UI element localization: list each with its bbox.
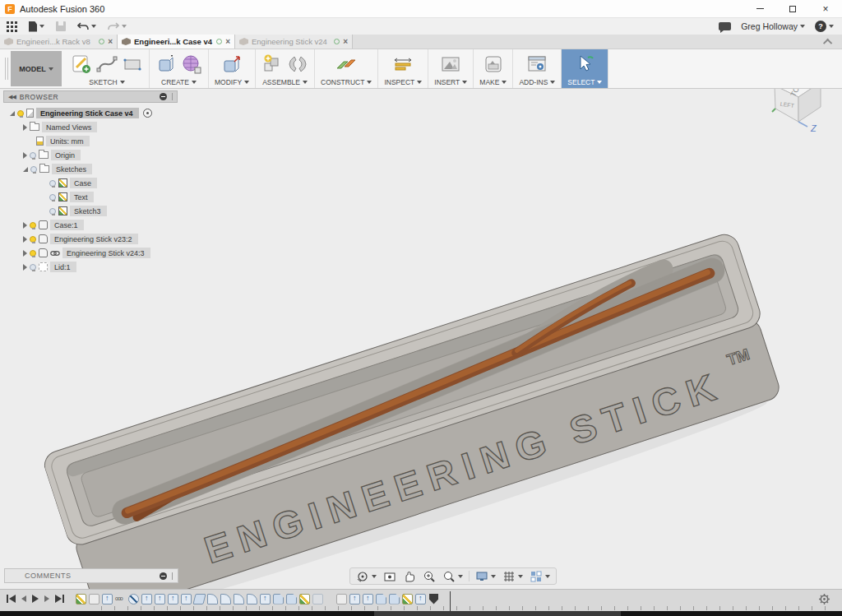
orbit-button[interactable] <box>354 568 379 584</box>
tab-engineering-stick-rack[interactable]: Engineeri...k Rack v8 × <box>0 35 118 49</box>
viewports-button[interactable] <box>527 568 553 584</box>
timeline-feature-extrude[interactable] <box>168 594 178 604</box>
visibility-bulb-icon[interactable] <box>17 110 24 117</box>
tree-item-origin[interactable]: Origin <box>23 148 178 162</box>
visibility-bulb-icon[interactable] <box>30 222 36 229</box>
hide-comments-icon[interactable] <box>160 572 167 580</box>
expanded-triangle-icon[interactable] <box>10 111 15 116</box>
timeline-feature-chamfer[interactable] <box>273 594 284 604</box>
measure-icon[interactable] <box>392 53 414 75</box>
collapsed-triangle-icon[interactable] <box>23 124 27 131</box>
help-button[interactable]: ? <box>815 21 834 32</box>
timeline-feature-fillet[interactable] <box>234 594 244 604</box>
play-button[interactable] <box>32 595 39 603</box>
toolbar-grip-handle[interactable] <box>5 58 8 80</box>
collapse-panel-icon[interactable]: ◀◀ <box>8 94 16 100</box>
spline-icon[interactable] <box>96 53 118 75</box>
ribbon-group-sketch[interactable]: SKETCH <box>65 49 150 88</box>
close-tab-icon[interactable]: × <box>343 38 348 46</box>
ribbon-group-modify[interactable]: MODIFY <box>209 49 256 88</box>
tree-item-case-1[interactable]: Case:1 <box>23 218 178 232</box>
timeline-feature-extrude[interactable] <box>363 594 373 604</box>
model-viewport[interactable]: ENGINEERING STICK TM TOP LEFT Z ◀◀ BROWS… <box>0 89 842 589</box>
pan-button[interactable] <box>400 568 419 584</box>
timeline-feature-sketch[interactable] <box>76 594 86 604</box>
step-back-button[interactable] <box>21 595 26 602</box>
collapsed-triangle-icon[interactable] <box>23 264 27 271</box>
app-grid-button[interactable] <box>7 21 17 32</box>
tree-item-lid-1[interactable]: Lid:1 <box>23 260 178 274</box>
timeline-feature-fillet[interactable] <box>220 594 231 604</box>
ribbon-group-insert[interactable]: INSERT <box>428 49 474 88</box>
press-pull-icon[interactable] <box>221 53 243 75</box>
maximize-button[interactable] <box>776 0 809 17</box>
ribbon-group-make[interactable]: MAKE <box>474 49 513 88</box>
timeline-feature-extrude[interactable] <box>141 594 152 604</box>
timeline-feature-sketch[interactable] <box>402 594 413 604</box>
close-button[interactable]: × <box>809 0 842 17</box>
tree-item-sketches[interactable]: Sketches <box>23 162 178 176</box>
timeline-position-marker[interactable] <box>429 594 438 604</box>
tab-engineering-stick-case[interactable]: Engineeri...k Case v4 × <box>118 35 235 49</box>
timeline-feature-fillet[interactable] <box>247 594 257 604</box>
ribbon-group-select[interactable]: SELECT <box>562 49 608 88</box>
tree-item-sketch-text[interactable]: Text <box>49 190 178 204</box>
tree-item-engineering-stick-v23[interactable]: Engineering Stick v23:2 <box>23 232 178 246</box>
collapsed-triangle-icon[interactable] <box>23 222 27 229</box>
timeline-ruler[interactable] <box>89 606 834 610</box>
zoom-window-button[interactable] <box>440 568 465 584</box>
visibility-bulb-icon[interactable] <box>30 166 37 173</box>
collapsed-triangle-icon[interactable] <box>23 152 27 159</box>
tree-item-units[interactable]: Units: mm <box>36 134 178 148</box>
hide-panel-icon[interactable] <box>160 93 167 100</box>
close-tab-icon[interactable]: × <box>108 38 113 46</box>
timeline-feature-pattern[interactable] <box>115 594 126 604</box>
make-3d-print-icon[interactable] <box>483 53 504 75</box>
tree-item-sketch-case[interactable]: Case <box>49 176 178 190</box>
visibility-bulb-icon[interactable] <box>30 264 36 271</box>
view-cube[interactable]: TOP LEFT Z <box>760 89 830 137</box>
select-cursor-icon[interactable] <box>574 53 595 75</box>
tab-engineering-stick[interactable]: Engineering Stick v24 × <box>235 35 353 49</box>
visibility-bulb-icon[interactable] <box>30 250 36 257</box>
joint-icon[interactable] <box>287 53 308 75</box>
tree-item-root-document[interactable]: Engineering Stick Case v4 <box>10 106 178 120</box>
timeline-feature-fillet[interactable] <box>207 594 218 604</box>
timeline-feature-extrude[interactable] <box>349 594 360 604</box>
tree-item-engineering-stick-v24[interactable]: Engineering Stick v24:3 <box>23 246 178 260</box>
timeline-feature-extrude[interactable] <box>415 594 426 604</box>
visibility-bulb-icon[interactable] <box>30 236 36 243</box>
case-model-3d[interactable]: ENGINEERING STICK TM <box>39 225 802 589</box>
grid-layout-button[interactable] <box>500 568 525 584</box>
notifications-button[interactable] <box>719 22 731 30</box>
ribbon-group-inspect[interactable]: INSPECT <box>378 49 428 88</box>
timeline-feature-mirror[interactable] <box>128 594 139 604</box>
ribbon-group-assemble[interactable]: ASSEMBLE <box>256 49 315 88</box>
insert-image-icon[interactable] <box>440 53 461 75</box>
timeline-feature-extrude[interactable] <box>181 594 192 604</box>
visibility-bulb-icon[interactable] <box>30 152 36 159</box>
timeline-settings-gear-icon[interactable] <box>818 593 830 605</box>
user-account-button[interactable]: Greg Holloway <box>741 21 805 31</box>
redo-button[interactable] <box>108 21 127 31</box>
workspace-selector[interactable]: MODEL <box>11 51 62 86</box>
tree-item-named-views[interactable]: Named Views <box>23 120 178 134</box>
construction-plane-icon[interactable] <box>335 53 357 75</box>
collapsed-triangle-icon[interactable] <box>23 236 27 243</box>
visibility-bulb-icon[interactable] <box>49 194 56 201</box>
skip-to-end-button[interactable] <box>55 595 64 603</box>
timeline-feature-extrude[interactable] <box>155 594 165 604</box>
create-sketch-icon[interactable] <box>71 53 92 75</box>
ribbon-group-construct[interactable]: CONSTRUCT <box>315 49 378 88</box>
timeline-feature-sketch[interactable] <box>299 594 310 604</box>
new-body-icon[interactable] <box>155 53 177 75</box>
display-settings-button[interactable] <box>473 568 498 584</box>
step-forward-button[interactable] <box>44 595 49 602</box>
create-form-icon[interactable] <box>181 53 202 75</box>
timeline-feature-loft[interactable] <box>192 594 206 604</box>
save-button[interactable] <box>56 21 66 31</box>
look-at-button[interactable] <box>381 568 399 584</box>
visibility-bulb-icon[interactable] <box>49 208 56 215</box>
panel-grip[interactable] <box>170 93 173 100</box>
visibility-bulb-icon[interactable] <box>49 180 56 187</box>
